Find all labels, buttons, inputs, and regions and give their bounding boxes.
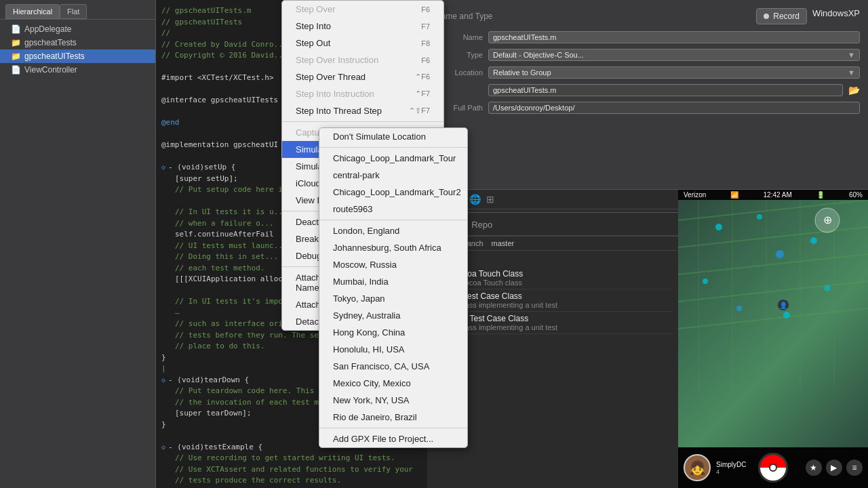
svg-point-12	[810, 237, 817, 244]
svg-point-10	[715, 224, 722, 230]
submenu-central-park[interactable]: central-park	[319, 167, 467, 184]
left-panel-tabs: Hierarchical Flat	[0, 0, 155, 20]
name-value[interactable]: gpscheatUITests.m	[488, 31, 860, 43]
ui-test-title: UI Test Case Class	[453, 291, 557, 301]
svg-point-15	[824, 285, 831, 291]
time-label: 12:42 AM	[764, 191, 792, 199]
wifi-icon: 📶	[730, 191, 738, 199]
unit-test-desc: A class implementing a unit test	[453, 323, 557, 331]
windows-xp-label: WindowsXP	[812, 8, 860, 24]
player-avatar: 👧	[684, 454, 711, 481]
phone-action-icons: ★ ▶ ≡	[806, 460, 863, 476]
svg-line-1	[678, 227, 868, 247]
svg-point-13	[776, 250, 784, 258]
tree-item-gpscheatuitests[interactable]: 📁 gpscheatUITests	[0, 49, 155, 63]
submenu-johannesburg[interactable]: Johannesburg, South Africa	[319, 239, 467, 256]
repo-tab[interactable]: Repo	[471, 220, 492, 232]
pokeball-center	[769, 464, 777, 472]
submenu-separator-2	[319, 220, 467, 220]
submenu-sf[interactable]: San Francisco, CA, USA	[319, 358, 467, 375]
svg-line-2	[678, 254, 868, 274]
menu-step-out[interactable]: Step Out F8	[282, 35, 443, 52]
battery-level: 60%	[849, 191, 863, 199]
submenu-hongkong[interactable]: Hong Kong, China	[319, 324, 467, 341]
submenu-mumbai[interactable]: Mumbai, India	[319, 273, 467, 290]
pokeball-icon[interactable]	[758, 453, 788, 483]
menu-separator-1	[282, 121, 443, 122]
phone-bottom-bar: 👧 SimplyDC 4 ★ ▶ ≡	[678, 447, 868, 488]
path-short-value: gpscheatUITests.m	[488, 84, 843, 96]
menu-step-into[interactable]: Step Into F7	[282, 18, 443, 35]
type-value[interactable]: Default - Objective-C Sou... ▼	[488, 49, 860, 61]
source-item-unit-test: T Unit Test Case Class A class implement…	[433, 312, 673, 334]
right-panel-top: Name and Type Record WindowsXP Name gpsc…	[427, 0, 868, 190]
file-icon: 📄	[11, 24, 21, 34]
tree-item-viewcontroller[interactable]: 📄 ViewController	[0, 63, 155, 77]
submenu-sydney[interactable]: Sydney, Australia	[319, 307, 467, 324]
folder-icon: 📁	[11, 38, 21, 47]
branch-value: master	[492, 239, 515, 247]
svg-line-4	[678, 308, 868, 329]
unit-test-title: Unit Test Case Class	[453, 314, 557, 323]
carrier-label: Verizon	[684, 191, 706, 199]
right-panel: Name and Type Record WindowsXP Name gpsc…	[427, 0, 868, 488]
grid-icon[interactable]: ⊞	[486, 194, 494, 205]
ui-test-desc: A class implementing a unit test	[453, 301, 557, 309]
file-info-panel: Name and Type Record WindowsXP Name gpsc…	[427, 0, 868, 189]
submenu-route5963[interactable]: route5963	[319, 201, 467, 218]
menu-step-over-instruction[interactable]: Step Over Instruction F6	[282, 52, 443, 68]
star-icon[interactable]: ★	[806, 460, 822, 476]
phone-frame: Verizon 📶 12:42 AM 🔋 60%	[678, 190, 868, 488]
svg-point-16	[736, 306, 742, 311]
menu-into-thread-step[interactable]: Step Into Thread Step ⌃⇧F7	[282, 102, 443, 119]
phone-status-bar: Verizon 📶 12:42 AM 🔋 60%	[678, 190, 868, 200]
submenu-moscow[interactable]: Moscow, Russia	[319, 256, 467, 273]
submenu-separator-3	[319, 428, 467, 428]
location-dropdown-icon[interactable]: ▼	[848, 68, 855, 77]
svg-text:👤: 👤	[779, 301, 788, 310]
folder-icon: 📁	[11, 52, 21, 61]
submenu-separator-1	[319, 147, 467, 148]
submenu-dont-simulate[interactable]: Don't Simulate Location	[319, 128, 467, 145]
map-svg: ⊕ 👤	[678, 200, 868, 447]
code-editor-area: // gpscheatUITests.m // gpscheatUITests …	[156, 0, 427, 488]
submenu-london[interactable]: London, England	[319, 222, 467, 239]
play-icon[interactable]: ▶	[826, 460, 842, 476]
svg-point-14	[703, 279, 708, 284]
battery-icon: 🔋	[816, 191, 825, 199]
submenu-rio[interactable]: Rio de Janeiro, Brazil	[319, 409, 467, 426]
tab-hierarchical[interactable]: Hierarchical	[5, 4, 60, 19]
left-panel: Hierarchical Flat 📄 AppDelegate 📁 gpsche…	[0, 0, 156, 488]
record-button[interactable]: Record	[756, 8, 807, 24]
tree-item-appdelegate[interactable]: 📄 AppDelegate	[0, 22, 155, 36]
player-level: 4	[716, 468, 746, 475]
source-item-ui-test: T UI Test Case Class A class implementin…	[433, 289, 673, 312]
source-item-cocoa: C Cocoa Touch Class A Cocoa Touch class	[433, 267, 673, 289]
phone-map: ⊕ 👤	[678, 200, 868, 447]
menu-icon[interactable]: ≡	[846, 460, 863, 476]
menu-step-over[interactable]: Step Over F6	[282, 1, 443, 18]
location-value[interactable]: Relative to Group ▼	[488, 66, 860, 79]
simulate-location-submenu[interactable]: Don't Simulate Location Chicago_Loop_Lan…	[319, 127, 468, 448]
submenu-mexico-city[interactable]: Mexico City, Mexico	[319, 375, 467, 392]
file-tree: 📄 AppDelegate 📁 gpscheatTests 📁 gpscheat…	[0, 20, 155, 488]
file-icon: 📄	[11, 65, 21, 75]
submenu-tokyo[interactable]: Tokyo, Japan	[319, 290, 467, 307]
record-dot-icon	[764, 14, 769, 19]
svg-point-17	[783, 312, 790, 319]
globe-icon[interactable]: 🌐	[469, 194, 481, 205]
submenu-honolulu[interactable]: Honolulu, HI, USA	[319, 341, 467, 358]
browse-folder-icon[interactable]: 📂	[848, 85, 860, 96]
submenu-chicago-loop[interactable]: Chicago_Loop_Landmark_Tour	[319, 150, 467, 167]
tab-flat[interactable]: Flat	[60, 4, 87, 19]
svg-line-0	[678, 200, 868, 220]
menu-step-into-instruction[interactable]: Step Into Instruction ⌃F7	[282, 85, 443, 102]
menu-step-over-thread[interactable]: Step Over Thread ⌃F6	[282, 68, 443, 85]
type-dropdown-icon[interactable]: ▼	[848, 51, 855, 59]
submenu-new-york[interactable]: New York, NY, USA	[319, 392, 467, 409]
submenu-chicago-loop-2[interactable]: Chicago_Loop_Landmark_Tour2	[319, 184, 467, 201]
submenu-add-gpx[interactable]: Add GPX File to Project...	[319, 430, 467, 447]
bottom-panel: 📄 🔗 🌐 ⊞ Source Repo Current Branch maste…	[427, 190, 868, 488]
tree-item-gpscheattests[interactable]: 📁 gpscheatTests	[0, 36, 155, 49]
svg-text:⊕: ⊕	[823, 214, 832, 226]
